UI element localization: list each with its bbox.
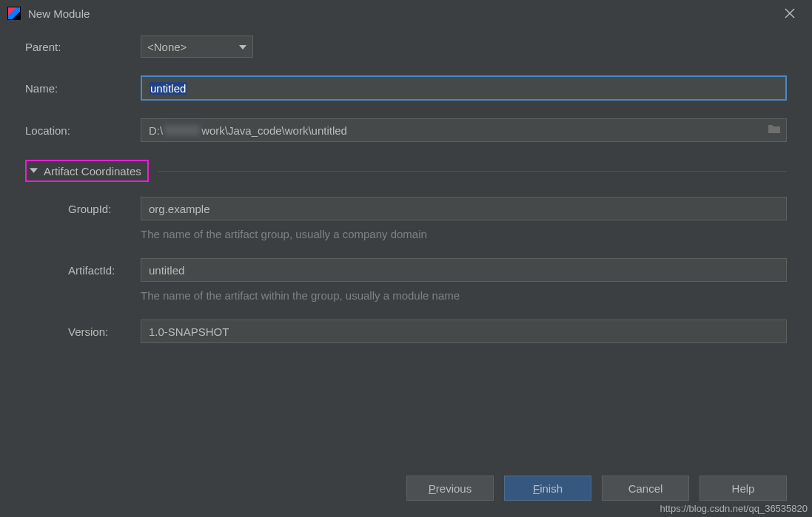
finish-label-rest: inish <box>540 482 563 495</box>
groupid-input[interactable] <box>141 197 787 220</box>
app-icon <box>7 7 21 20</box>
chevron-down-icon <box>239 41 246 53</box>
location-prefix: D:\ <box>149 124 163 137</box>
chevron-down-icon <box>30 164 38 178</box>
window-title: New Module <box>28 7 775 20</box>
section-divider <box>158 171 787 172</box>
name-row: Name: untitled <box>25 75 787 101</box>
artifact-section-title: Artifact Coordinates <box>44 165 141 178</box>
previous-button[interactable]: Previous <box>406 476 494 501</box>
titlebar: New Module <box>0 0 812 27</box>
location-redacted <box>164 125 200 135</box>
name-selected-text: untitled <box>150 82 187 95</box>
help-label: Help <box>732 482 755 495</box>
previous-label-rest: revious <box>436 482 472 495</box>
groupid-row: GroupId: <box>25 197 787 220</box>
artifact-section-header: Artifact Coordinates <box>25 160 787 182</box>
groupid-hint-row: The name of the artifact group, usually … <box>25 228 787 240</box>
parent-value: <None> <box>147 41 187 53</box>
name-label: Name: <box>25 82 141 95</box>
artifactid-label: ArtifactId: <box>68 264 141 277</box>
close-icon <box>785 8 795 18</box>
name-input-wrapper: untitled <box>141 75 787 101</box>
svg-marker-2 <box>239 45 246 50</box>
groupid-label: GroupId: <box>68 203 141 215</box>
name-input[interactable]: untitled <box>141 75 787 101</box>
location-label: Location: <box>25 124 141 137</box>
location-input[interactable]: D:\ work\Java_code\work\untitled <box>141 118 787 142</box>
parent-row: Parent: <None> <box>25 36 787 58</box>
help-button[interactable]: Help <box>699 476 787 501</box>
version-input[interactable] <box>141 320 787 343</box>
groupid-hint: The name of the artifact group, usually … <box>141 228 427 240</box>
parent-dropdown[interactable]: <None> <box>141 36 253 58</box>
cancel-button[interactable]: Cancel <box>602 476 689 501</box>
version-label: Version: <box>68 325 141 338</box>
location-suffix: work\Java_code\work\untitled <box>201 124 347 137</box>
artifactid-row: ArtifactId: <box>25 258 787 282</box>
watermark: https://blog.csdn.net/qq_36535820 <box>660 503 808 514</box>
version-row: Version: <box>25 320 787 343</box>
location-row: Location: D:\ work\Java_code\work\untitl… <box>25 118 787 142</box>
finish-button[interactable]: Finish <box>504 476 591 501</box>
artifactid-input[interactable] <box>141 258 787 282</box>
dialog-content: Parent: <None> Name: untitled Location: … <box>0 27 812 343</box>
cancel-label: Cancel <box>628 482 663 495</box>
artifactid-hint: The name of the artifact within the grou… <box>141 289 460 302</box>
location-wrapper: D:\ work\Java_code\work\untitled <box>141 118 787 142</box>
browse-folder-icon[interactable] <box>768 124 781 137</box>
parent-label: Parent: <box>25 41 141 53</box>
artifact-section-toggle[interactable]: Artifact Coordinates <box>25 160 149 182</box>
button-bar: Previous Finish Cancel Help <box>406 476 787 501</box>
svg-marker-3 <box>30 168 38 173</box>
artifactid-hint-row: The name of the artifact within the grou… <box>25 289 787 302</box>
close-button[interactable] <box>775 2 805 24</box>
